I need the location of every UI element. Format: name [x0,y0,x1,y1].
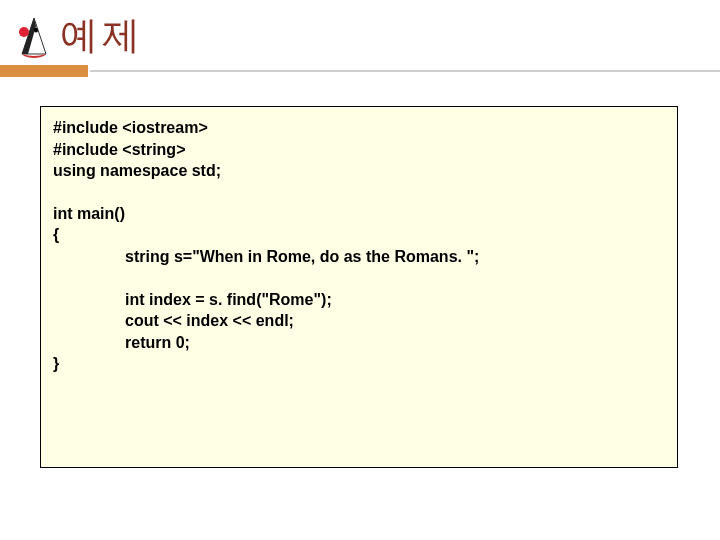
svg-point-1 [34,28,38,33]
code-line: { [53,224,665,246]
code-line: #include <iostream> [53,117,665,139]
blank-line [53,268,665,289]
code-line: string s="When in Rome, do as the Romans… [53,246,665,268]
title-divider [0,64,720,78]
code-line: } [53,353,665,375]
code-line: cout << index << endl; [53,310,665,332]
accent-bar [0,65,88,77]
code-block: #include <iostream> #include <string> us… [40,106,678,468]
java-duke-icon [14,12,54,58]
code-line: #include <string> [53,139,665,161]
code-line: int main() [53,203,665,225]
code-line: return 0; [53,332,665,354]
svg-point-0 [19,27,29,37]
code-line: using namespace std; [53,160,665,182]
blank-line [53,182,665,203]
divider-line [90,70,720,72]
slide-title: 예제 [60,10,144,61]
slide-header: 예제 [0,0,720,62]
code-line: int index = s. find("Rome"); [53,289,665,311]
